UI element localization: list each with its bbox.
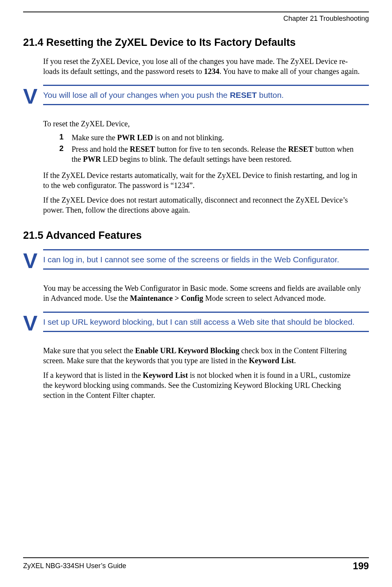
- text-bold: PWR: [83, 155, 101, 163]
- text-bold: Keyword List: [143, 371, 188, 379]
- page-footer: ZyXEL NBG-334SH User’s Guide 199: [23, 557, 369, 572]
- para-21-4-2: To reset the ZyXEL Device,: [43, 119, 361, 129]
- text-bold: Maintenance > Config: [130, 294, 203, 302]
- callout-web-configurator: V I can log in, but I cannot see some of…: [23, 249, 369, 272]
- text-bold: RESET: [130, 145, 155, 153]
- rule-bottom: [43, 331, 369, 332]
- callout-text: I can log in, but I cannot see some of t…: [43, 250, 369, 268]
- text-bold: Enable URL Keyword Blocking: [135, 346, 240, 355]
- para-21-4-3: If the ZyXEL Device restarts automatical…: [43, 170, 361, 190]
- section-21-5-body-2: Make sure that you select the Enable URL…: [43, 345, 361, 400]
- text-bold: Keyword List: [249, 356, 294, 365]
- step-number: 2: [59, 144, 72, 164]
- section-heading-21-5: 21.5 Advanced Features: [23, 230, 369, 242]
- question-mark-icon: V: [23, 312, 43, 334]
- text: Make sure that you select the: [43, 346, 135, 355]
- section-heading-21-4: 21.4 Resetting the ZyXEL Device to Its F…: [23, 37, 369, 49]
- footer-guide-name: ZyXEL NBG-334SH User’s Guide: [23, 562, 126, 570]
- section-21-4-body-2: To reset the ZyXEL Device, 1 Make sure t…: [43, 119, 361, 215]
- text: .: [294, 356, 296, 365]
- page-container: Chapter 21 Troubleshooting 21.4 Resettin…: [0, 0, 392, 587]
- text: You will lose all of your changes when y…: [43, 91, 230, 99]
- para-21-4-4: If the ZyXEL Device does not restart aut…: [43, 195, 361, 215]
- question-mark-icon: V: [23, 250, 43, 272]
- rule-bottom: [43, 104, 369, 105]
- step-text: Press and hold the RESET button for five…: [72, 144, 361, 164]
- page-header: Chapter 21 Troubleshooting: [23, 12, 369, 23]
- text-bold: 1234: [204, 67, 219, 75]
- para-21-5-2: Make sure that you select the Enable URL…: [43, 345, 361, 366]
- callout-body: You will lose all of your changes when y…: [43, 85, 369, 105]
- text-bold: RESET: [230, 91, 257, 99]
- callout-body: I can log in, but I cannot see some of t…: [43, 249, 369, 270]
- text: Mode screen to select Advanced mode.: [203, 294, 326, 302]
- text: LED begins to blink. The default setting…: [101, 155, 291, 163]
- step-list: 1 Make sure the PWR LED is on and not bl…: [59, 132, 361, 164]
- step-1: 1 Make sure the PWR LED is on and not bl…: [59, 132, 361, 143]
- question-mark-icon: V: [23, 86, 43, 107]
- callout-text: I set up URL keyword blocking, but I can…: [43, 313, 369, 331]
- callout-text: You will lose all of your changes when y…: [43, 86, 369, 104]
- text-bold: PWR LED: [117, 133, 153, 142]
- section-21-4-body: If you reset the ZyXEL Device, you lose …: [43, 56, 361, 76]
- text: . You have to make all of your changes a…: [219, 67, 360, 75]
- section-21-5-body-1: You may be accessing the Web Configurato…: [43, 283, 361, 303]
- text-bold: RESET: [288, 145, 313, 153]
- step-2: 2 Press and hold the RESET button for fi…: [59, 144, 361, 164]
- para-21-5-1: You may be accessing the Web Configurato…: [43, 283, 361, 303]
- para-21-4-1: If you reset the ZyXEL Device, you lose …: [43, 56, 361, 76]
- chapter-label: Chapter 21 Troubleshooting: [283, 15, 369, 22]
- footer-page-number: 199: [353, 560, 369, 572]
- step-text: Make sure the PWR LED is on and not blin…: [72, 132, 361, 143]
- callout-reset-warning: V You will lose all of your changes when…: [23, 85, 369, 107]
- text: Make sure the: [72, 133, 117, 142]
- text: is on and not blinking.: [153, 133, 224, 142]
- text: Press and hold the: [72, 145, 130, 153]
- text: If a keyword that is listed in the: [43, 371, 143, 379]
- text: button for five to ten seconds. Release …: [155, 145, 288, 153]
- step-number: 1: [59, 132, 72, 143]
- callout-body: I set up URL keyword blocking, but I can…: [43, 312, 369, 332]
- rule-bottom: [43, 268, 369, 270]
- callout-url-blocking: V I set up URL keyword blocking, but I c…: [23, 312, 369, 334]
- text: button.: [257, 91, 284, 99]
- para-21-5-3: If a keyword that is listed in the Keywo…: [43, 370, 361, 400]
